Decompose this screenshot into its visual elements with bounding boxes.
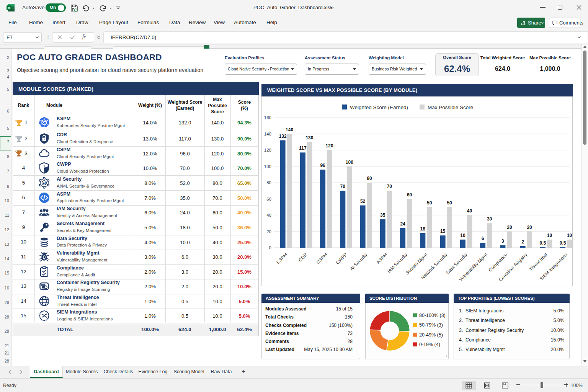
svg-text:70: 70: [387, 184, 392, 189]
svg-text:60: 60: [266, 197, 271, 201]
svg-text:60: 60: [407, 192, 412, 198]
svg-text:Compliance: Compliance: [487, 252, 508, 273]
svg-text:2: 2: [521, 239, 524, 245]
svg-text:120: 120: [326, 143, 333, 149]
svg-text:100: 100: [346, 160, 353, 165]
svg-text:35: 35: [380, 212, 385, 218]
svg-text:30: 30: [487, 216, 492, 222]
svg-text:20: 20: [527, 225, 532, 230]
svg-text:40: 40: [266, 213, 271, 217]
svg-text:0-19% (4): 0-19% (4): [419, 342, 440, 347]
svg-text:117: 117: [299, 145, 307, 151]
svg-text:50: 50: [447, 200, 452, 206]
svg-text:50-79% (3): 50-79% (3): [419, 322, 443, 328]
svg-text:20: 20: [507, 225, 512, 230]
svg-text:24: 24: [400, 221, 405, 227]
svg-text:50: 50: [427, 200, 432, 206]
svg-text:96: 96: [320, 163, 325, 168]
svg-text:40: 40: [467, 208, 472, 214]
svg-text:15: 15: [440, 229, 446, 234]
svg-text:CSPM: CSPM: [315, 252, 328, 265]
svg-text:3: 3: [501, 238, 504, 244]
svg-text:20: 20: [266, 229, 271, 234]
svg-text:AI: AI: [43, 181, 46, 185]
svg-text:10: 10: [567, 233, 572, 238]
svg-text:AI Security: AI Security: [349, 252, 368, 271]
svg-text:80: 80: [266, 180, 271, 185]
svg-text:ASPM: ASPM: [376, 252, 389, 265]
svg-text:160: 160: [264, 115, 271, 120]
svg-text:140: 140: [264, 132, 271, 136]
svg-text:CWPP: CWPP: [335, 252, 348, 265]
svg-text:0.5: 0.5: [540, 240, 546, 246]
svg-text:Weighted Score (Earned): Weighted Score (Earned): [350, 105, 408, 110]
svg-text:KSPM: KSPM: [275, 252, 288, 265]
svg-text:0.5: 0.5: [560, 240, 566, 246]
svg-text:10: 10: [460, 233, 466, 238]
svg-text:18: 18: [420, 226, 426, 232]
svg-text:132: 132: [279, 134, 287, 139]
svg-text:130: 130: [305, 135, 313, 140]
svg-text:80: 80: [367, 176, 372, 181]
svg-text:52: 52: [360, 199, 366, 204]
svg-text:Threat Intel: Threat Intel: [528, 252, 549, 272]
svg-text:CDR: CDR: [297, 252, 309, 263]
svg-text:10: 10: [547, 233, 552, 238]
svg-text:IAM Security: IAM Security: [386, 252, 408, 274]
svg-text:70: 70: [340, 184, 346, 189]
svg-text:80-100% (3): 80-100% (3): [419, 313, 446, 318]
svg-text:100: 100: [264, 164, 271, 169]
svg-text:x: x: [8, 6, 10, 10]
svg-text:6: 6: [482, 236, 484, 241]
svg-text:120: 120: [264, 148, 271, 152]
svg-text:140: 140: [286, 127, 293, 132]
svg-text:20-49% (5): 20-49% (5): [419, 332, 443, 338]
svg-text:0: 0: [269, 245, 271, 250]
svg-text:Max Possible Score: Max Possible Score: [428, 105, 473, 110]
